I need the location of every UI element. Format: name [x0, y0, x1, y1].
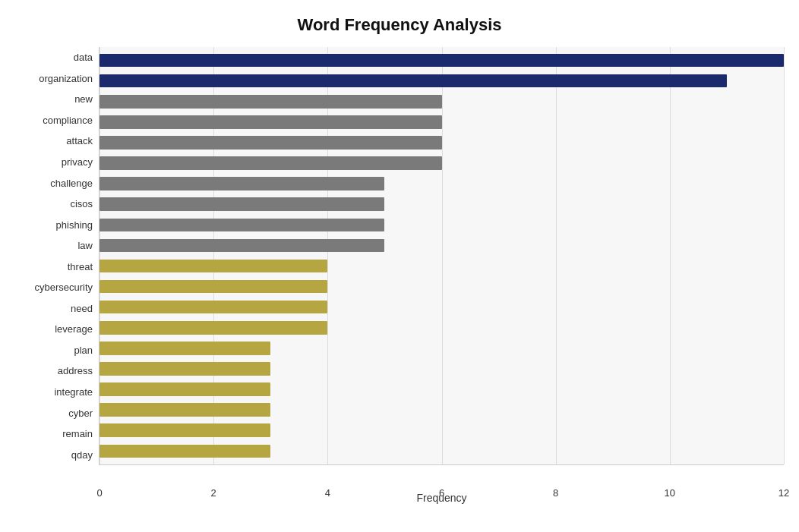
y-label: attack [15, 136, 93, 146]
bar-row [99, 338, 784, 358]
bar-row [99, 420, 784, 441]
bar-row [99, 194, 784, 215]
bar [99, 197, 384, 211]
y-label: law [15, 241, 93, 250]
bar [99, 403, 270, 417]
bar [99, 115, 442, 129]
y-label: plan [15, 345, 93, 355]
bar [99, 219, 384, 232]
x-axis-label: 12 [778, 487, 789, 499]
bar [99, 382, 270, 396]
bar [99, 423, 270, 437]
x-axis-label: 8 [553, 487, 558, 499]
y-label: cyber [15, 408, 93, 418]
bar [99, 445, 270, 458]
chart-container: Word Frequency Analysis dataorganization… [0, 0, 799, 532]
bar [99, 54, 784, 68]
bar-row [99, 153, 784, 173]
bar-row [99, 358, 784, 379]
bar-row [99, 379, 784, 400]
y-label: address [15, 366, 93, 376]
y-label: privacy [15, 157, 93, 167]
bar-row [99, 441, 784, 461]
bar-row [99, 215, 784, 235]
bar [99, 136, 442, 150]
bar-row [99, 132, 784, 153]
y-label: data [15, 52, 93, 62]
bar-row [99, 50, 784, 71]
chart-title: Word Frequency Analysis [15, 15, 784, 35]
y-label: phishing [15, 220, 93, 230]
y-label: leverage [15, 324, 93, 334]
x-axis-label: 10 [665, 487, 675, 499]
y-label: challenge [15, 178, 93, 188]
bar-row [99, 297, 784, 317]
bar-row [99, 71, 784, 91]
bar-row [99, 235, 784, 256]
y-label: need [15, 304, 93, 313]
chart-area: dataorganizationnewcomplianceattackpriva… [15, 47, 784, 465]
x-axis-label: 2 [211, 487, 216, 499]
bar [99, 362, 270, 376]
bar [99, 95, 442, 109]
bar [99, 177, 384, 190]
bar-row [99, 174, 784, 194]
y-axis: dataorganizationnewcomplianceattackpriva… [15, 47, 99, 465]
y-label: compliance [15, 115, 93, 125]
grid-line [784, 47, 785, 464]
bar [99, 260, 327, 273]
y-label: remain [15, 429, 93, 439]
plot-area: 024681012 Frequency [99, 47, 784, 465]
bars-container [99, 47, 784, 464]
bar-row [99, 91, 784, 112]
bar [99, 239, 384, 253]
y-label: new [15, 94, 93, 104]
y-label: cybersecurity [15, 282, 93, 292]
y-label: organization [15, 74, 93, 83]
y-label: qday [15, 450, 93, 460]
bar [99, 280, 327, 294]
bar [99, 321, 327, 335]
bar [99, 342, 270, 355]
x-axis-label: 4 [325, 487, 330, 499]
bar-row [99, 112, 784, 132]
bar-row [99, 400, 784, 420]
bar-row [99, 256, 784, 276]
bar [99, 301, 327, 314]
y-label: cisos [15, 199, 93, 209]
bar-row [99, 276, 784, 297]
x-axis-title: Frequency [416, 492, 466, 504]
y-label: threat [15, 262, 93, 272]
bar [99, 156, 442, 170]
x-axis-label: 0 [96, 487, 102, 499]
y-label: integrate [15, 387, 93, 397]
bar-row [99, 317, 784, 338]
bar [99, 74, 727, 88]
